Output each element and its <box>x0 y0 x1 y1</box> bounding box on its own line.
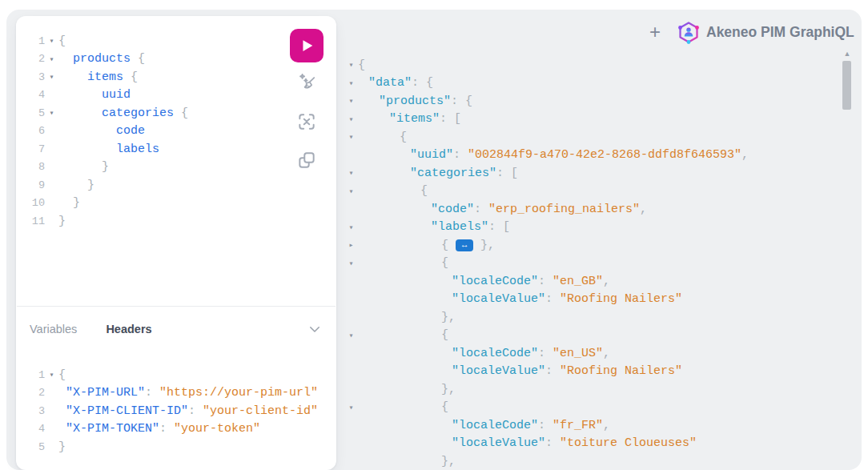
code-content: } <box>58 215 66 228</box>
code-token: }, <box>441 311 456 324</box>
tab-variables[interactable]: Variables <box>30 323 77 335</box>
code-token: "fr_FR" <box>553 419 603 432</box>
code-token: : <box>538 419 553 432</box>
code-token: "code" <box>431 203 474 216</box>
code-token: "X-PIM-TOKEN" <box>66 422 159 436</box>
line-number: 2 <box>21 53 45 65</box>
fold-arrow-icon[interactable]: ▾ <box>344 331 358 340</box>
fold-arrow-icon[interactable]: ▾ <box>45 370 58 380</box>
code-token: "uuid" <box>410 148 453 162</box>
line-number: 5 <box>21 107 45 119</box>
code-line: ▾{ <box>344 56 841 74</box>
scrollbar-thumb[interactable] <box>842 61 851 110</box>
code-content: { ↔ }, <box>358 239 495 252</box>
fold-arrow-icon[interactable]: ▾ <box>344 187 358 196</box>
code-token: { <box>400 131 407 144</box>
line-number: 3 <box>21 405 45 417</box>
line-number: 4 <box>21 89 45 101</box>
code-token: }, <box>441 455 456 468</box>
code-line: 7 labels <box>21 140 285 159</box>
code-line: 1▾{ <box>21 366 319 384</box>
new-tab-button[interactable]: + <box>644 21 666 43</box>
code-token <box>58 70 87 84</box>
code-line: ▾"labels": [ <box>344 219 841 237</box>
akeneo-graphql-logo-icon <box>677 20 701 45</box>
fold-arrow-icon[interactable]: ▾ <box>344 223 358 232</box>
code-token: : <box>188 404 203 418</box>
code-token: : <box>538 275 553 288</box>
code-token <box>58 52 73 66</box>
fold-arrow-icon[interactable]: ▾ <box>344 403 358 412</box>
prettify-icon[interactable] <box>296 72 317 93</box>
code-content: "localeValue": "Roofing Nailers" <box>358 292 682 306</box>
code-line: 2 "X-PIM-URL": "https://your-pim-url" <box>21 384 319 403</box>
code-token: { <box>131 52 145 66</box>
query-editor[interactable]: 1▾{2▾ products {3▾ items {4 uuid5▾ categ… <box>21 32 285 231</box>
fold-arrow-icon[interactable]: ▾ <box>45 54 58 64</box>
code-line: 6 code <box>21 123 285 141</box>
fold-arrow-icon[interactable]: ▾ <box>344 259 358 268</box>
fold-arrow-icon[interactable]: ▾ <box>344 132 358 142</box>
chevron-down-icon[interactable] <box>307 322 322 336</box>
code-content: } <box>58 179 94 192</box>
code-token: } <box>58 440 66 454</box>
fold-arrow-icon[interactable]: ▾ <box>45 108 58 118</box>
code-token: }, <box>473 239 495 252</box>
divider <box>17 306 336 307</box>
code-token: "localeCode" <box>452 275 538 288</box>
code-line: 3▾ items { <box>21 68 285 86</box>
line-number: 2 <box>21 387 45 399</box>
code-content: uuid <box>58 88 131 102</box>
merge-fragments-icon[interactable] <box>296 111 317 132</box>
code-token: "erp_roofing_nailers" <box>488 203 640 216</box>
code-content: "localeValue": "Roofing Nailers" <box>358 364 682 378</box>
line-number: 6 <box>21 125 45 137</box>
code-token: "your-client-id" <box>203 404 318 418</box>
expand-collapsed-badge[interactable]: ↔ <box>456 239 473 251</box>
code-token: "en_US" <box>553 347 603 360</box>
code-token: "data" <box>368 76 412 90</box>
fold-arrow-icon[interactable]: ▾ <box>344 78 358 88</box>
execute-query-button[interactable] <box>290 29 323 62</box>
code-line: ▸{ ↔ }, <box>344 236 841 255</box>
line-number: 3 <box>21 71 45 83</box>
fold-arrow-icon[interactable]: ▾ <box>344 168 358 178</box>
code-line: "localeValue": "Roofing Nailers" <box>344 291 841 309</box>
code-token <box>58 106 102 120</box>
fold-arrow-icon[interactable]: ▾ <box>344 114 358 124</box>
copy-icon[interactable] <box>296 150 317 171</box>
code-line: 9 } <box>21 176 285 195</box>
code-token: } <box>58 215 66 228</box>
tab-headers[interactable]: Headers <box>106 323 151 335</box>
code-token: { <box>441 328 448 342</box>
fold-arrow-icon[interactable]: ▾ <box>344 60 358 70</box>
code-token: "localeValue" <box>452 292 545 306</box>
code-content: { <box>358 184 428 198</box>
code-token <box>58 88 102 102</box>
code-token: { <box>441 256 448 270</box>
fold-arrow-icon[interactable]: ▾ <box>344 96 358 106</box>
code-token: } <box>87 179 94 192</box>
code-token <box>58 422 66 436</box>
fold-arrow-icon[interactable]: ▸ <box>344 240 358 250</box>
code-content: }, <box>358 455 456 468</box>
code-token: : [ <box>496 167 518 180</box>
app-title: Akeneo PIM GraphiQL <box>706 24 854 41</box>
scrollbar-up-arrow[interactable]: ▲ <box>841 50 854 58</box>
fold-arrow-icon[interactable]: ▾ <box>45 72 58 82</box>
code-content: "X-PIM-TOKEN": "your-token" <box>58 422 260 436</box>
code-line: 10 } <box>21 195 285 213</box>
code-content: "data": { <box>358 76 433 90</box>
response-viewer: ▾{▾"data": {▾"products": {▾"items": [▾{"… <box>344 56 841 470</box>
headers-editor[interactable]: 1▾{2 "X-PIM-URL": "https://your-pim-url"… <box>21 366 319 456</box>
code-token: categories <box>102 106 174 120</box>
code-token: uuid <box>102 88 131 102</box>
code-token: , <box>640 203 647 216</box>
fold-arrow-icon[interactable]: ▾ <box>45 36 58 46</box>
code-token: "localeValue" <box>452 436 545 450</box>
code-token: : [ <box>440 112 461 126</box>
code-content: "items": [ <box>358 112 461 126</box>
code-token: : <box>145 386 159 400</box>
code-content: { <box>358 131 407 144</box>
code-content: { <box>358 328 448 342</box>
